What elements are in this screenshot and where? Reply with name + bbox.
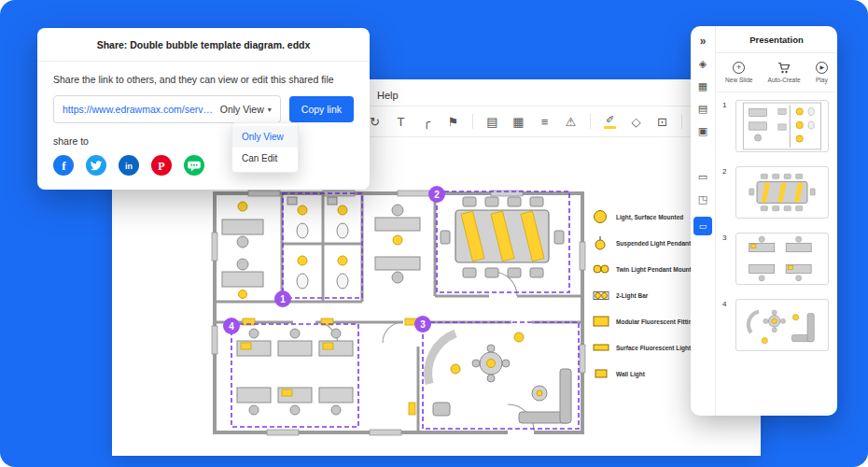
legend-item[interactable]: Surface Fluorescent Light (592, 339, 698, 356)
two-light-bar-symbol (592, 287, 610, 304)
legend-item[interactable]: Suspended Light Pendant (592, 234, 698, 251)
panel-title: Presentation (716, 26, 837, 53)
auto-create-button[interactable]: Auto-Create (768, 61, 801, 83)
permission-dropdown-control[interactable]: Only View ▾ (220, 104, 272, 115)
chevron-down-icon: ▾ (268, 106, 272, 114)
twitter-icon[interactable] (86, 155, 106, 176)
rotate-icon[interactable]: ↻ (368, 112, 382, 131)
wechat-icon[interactable] (184, 155, 204, 176)
social-icons-row: f in P (53, 155, 354, 176)
legend-item[interactable]: Light, Surface Mounted (592, 208, 698, 225)
floorplan-drawing[interactable]: 1 2 3 4 (211, 186, 586, 440)
share-link-url[interactable]: https://www.edrawmax.com/server... (63, 104, 215, 115)
panel-actions: + New Slide Auto-Create ▶ Play (716, 53, 837, 92)
slide-row: 1 (722, 100, 829, 152)
plus-circle-icon: + (733, 62, 745, 74)
collapse-panel-icon[interactable]: » (700, 35, 707, 47)
facebook-icon[interactable]: f (53, 155, 74, 176)
region-badge-1[interactable]: 1 (274, 290, 291, 307)
new-slide-button[interactable]: + New Slide (725, 61, 752, 83)
shape-library-icon[interactable]: ▦ (698, 81, 707, 92)
connector-tool-icon[interactable]: ╭ (420, 112, 434, 131)
presentation-mode-icon[interactable]: ▭ (693, 217, 712, 235)
dropdown-option-can-edit[interactable]: Can Edit (232, 148, 298, 169)
slide-row: 2 (722, 166, 829, 219)
image-panel-icon[interactable]: ▣ (698, 126, 707, 136)
share-to-label: share to (53, 135, 354, 147)
frame-panel-icon[interactable]: ▭ (698, 172, 707, 182)
dropdown-option-only-view[interactable]: Only View (232, 126, 298, 148)
pinterest-icon[interactable]: P (151, 155, 172, 176)
share-link-row: https://www.edrawmax.com/server... Only … (37, 95, 370, 123)
menu-help[interactable]: Help (377, 90, 399, 101)
legend-item[interactable]: Modular Fluorescent Fitting (592, 313, 698, 330)
legend-item[interactable]: 2-Light Bar (592, 287, 698, 304)
panel-main: Presentation + New Slide Auto-Create ▶ P… (716, 26, 837, 416)
share-link-field[interactable]: https://www.edrawmax.com/server... Only … (53, 95, 281, 123)
auto-create-icon (777, 61, 791, 74)
app-background: Help ↻ T ╭ ⚑ ▤ ▦ ≡ ⚠ ✐ ◇ ⊡ ⊞ ✎ (0, 0, 868, 467)
slide-thumbnail-2[interactable] (735, 166, 829, 219)
surface-fluorescent-symbol (592, 339, 610, 356)
slide-thumbnail-1[interactable] (735, 100, 829, 152)
highlight-color-swatch (604, 126, 616, 129)
toolbar-divider (590, 114, 591, 129)
svg-text:f: f (62, 159, 66, 173)
region-badge-2[interactable]: 2 (428, 186, 445, 203)
region-badge-3[interactable]: 3 (414, 316, 431, 333)
slide-thumbnail-3[interactable] (735, 233, 829, 285)
svg-text:P: P (158, 160, 164, 173)
slide-number: 1 (722, 100, 731, 152)
share-to-section: share to f in P (37, 123, 370, 190)
share-dialog-title: Share: Double bubble template diagram. e… (37, 28, 370, 62)
copy-link-button[interactable]: Copy link (289, 96, 354, 122)
callout-tool-icon[interactable]: ⚑ (446, 112, 460, 131)
linkedin-icon[interactable]: in (119, 155, 139, 176)
region-badge-4[interactable]: 4 (223, 318, 240, 334)
expand-view-icon[interactable]: ◳ (698, 194, 707, 205)
presentation-panel: » ◈ ▦ ▤ ▣ ▭ ◳ ▭ Presentation + New Slide (691, 26, 837, 416)
align-icon[interactable]: ≡ (538, 112, 552, 131)
layers-panel-icon[interactable]: ▤ (698, 104, 707, 114)
slide-row: 4 (722, 299, 829, 351)
slide-number: 4 (722, 299, 731, 351)
slides-list: 1 (716, 92, 837, 365)
svg-text:4: 4 (229, 321, 234, 332)
legend-item[interactable]: Twin Light Pendant Mounted (592, 261, 698, 277)
slide-number: 3 (722, 233, 731, 285)
lighting-legend: Light, Surface Mounted Suspended Light P… (592, 208, 698, 382)
panel-icon-strip: » ◈ ▦ ▤ ▣ ▭ ◳ ▭ (691, 26, 716, 416)
legend-item[interactable]: Wall Light (592, 365, 698, 382)
svg-text:1: 1 (280, 294, 286, 304)
svg-text:in: in (125, 162, 133, 171)
pendant-light-symbol (592, 234, 610, 251)
play-icon: ▶ (816, 62, 828, 74)
layers-icon[interactable]: ▤ (485, 112, 499, 131)
svg-text:2: 2 (434, 190, 440, 200)
highlighter-glyph: ✐ (606, 115, 614, 125)
insert-image-icon[interactable]: ▦ (511, 112, 525, 131)
svg-text:3: 3 (420, 319, 426, 330)
share-dialog: Share: Double bubble template diagram. e… (37, 28, 370, 190)
share-dialog-description: Share the link to others, and they can v… (37, 62, 370, 95)
warning-icon[interactable]: ⚠ (564, 112, 578, 131)
format-style-icon[interactable]: ◈ (699, 59, 707, 69)
surface-light-symbol (592, 208, 610, 225)
twin-pendant-symbol (592, 261, 610, 277)
slide-number: 2 (722, 166, 731, 219)
shape-fill-icon[interactable]: ◇ (629, 112, 643, 131)
permission-dropdown-menu: Only View Can Edit (231, 122, 299, 173)
text-tool-icon[interactable]: T (394, 112, 408, 131)
permission-value: Only View (220, 104, 264, 115)
modular-fitting-symbol (592, 313, 610, 330)
slide-thumbnail-4[interactable] (735, 299, 829, 351)
toolbar-divider (681, 114, 682, 129)
toolbar-divider (472, 114, 473, 129)
slide-row: 3 (722, 233, 829, 285)
crop-icon[interactable]: ⊡ (655, 112, 669, 131)
wall-light-symbol (592, 365, 610, 382)
play-button[interactable]: ▶ Play (816, 61, 828, 83)
highlight-color-icon[interactable]: ✐ (603, 112, 617, 131)
